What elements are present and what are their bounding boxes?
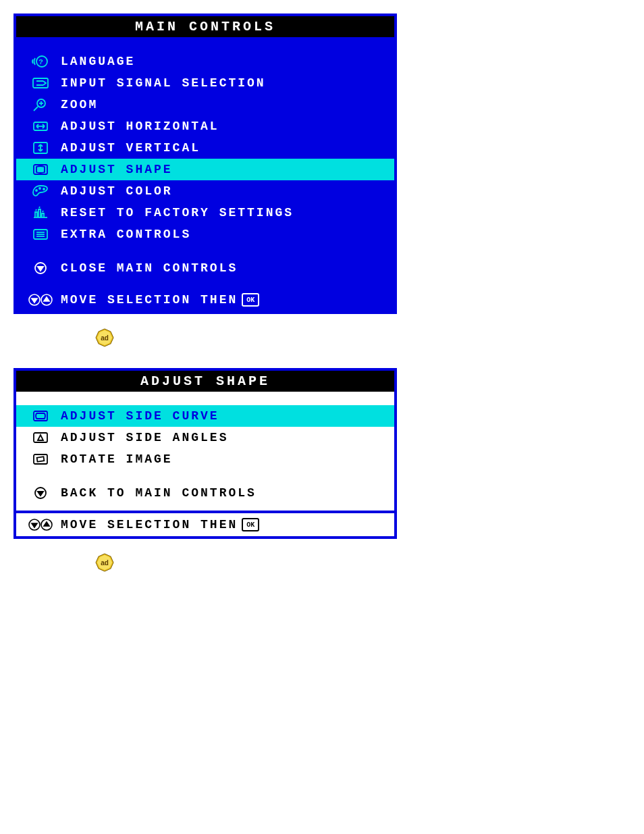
footer-text: MOVE SELECTION THEN bbox=[61, 293, 238, 307]
menu-label: BACK TO MAIN CONTROLS bbox=[55, 486, 257, 500]
up-down-arrows-icon bbox=[26, 517, 55, 532]
ok-button-gold[interactable]: ad bbox=[95, 328, 630, 348]
menu-label: ROTATE IMAGE bbox=[55, 452, 173, 466]
menu-label: RESET TO FACTORY SETTINGS bbox=[55, 206, 294, 219]
up-down-arrows-icon bbox=[26, 292, 55, 307]
main-controls-title: MAIN CONTROLS bbox=[16, 16, 394, 37]
menu-label: ZOOM bbox=[55, 98, 98, 111]
svg-text:ad: ad bbox=[101, 334, 109, 342]
menu-item-zoom[interactable]: ZOOM bbox=[16, 94, 394, 115]
adjust-shape-icon bbox=[26, 162, 55, 177]
menu-label: LANGUAGE bbox=[55, 55, 135, 68]
adjust-shape-body: ADJUST SIDE CURVE ADJUST SIDE ANGLES ROT… bbox=[16, 392, 394, 511]
menu-label: ADJUST SHAPE bbox=[55, 163, 173, 176]
zoom-icon bbox=[26, 97, 55, 112]
menu-label: ADJUST VERTICAL bbox=[55, 141, 200, 155]
ok-icon: OK bbox=[242, 518, 259, 531]
ok-button-gold[interactable]: ad bbox=[95, 552, 630, 573]
menu-item-input-signal[interactable]: INPUT SIGNAL SELECTION bbox=[16, 72, 394, 94]
down-arrow-circle-icon bbox=[26, 486, 55, 500]
menu-label: EXTRA CONTROLS bbox=[55, 228, 191, 241]
main-controls-window: MAIN CONTROLS ? LANGUAGE INPUT SIGNAL SE… bbox=[14, 14, 397, 314]
down-arrow-circle-icon bbox=[26, 261, 55, 276]
menu-item-side-angles[interactable]: ADJUST SIDE ANGLES bbox=[16, 427, 394, 448]
menu-item-reset-factory[interactable]: RESET TO FACTORY SETTINGS bbox=[16, 202, 394, 224]
adjust-vertical-icon bbox=[26, 140, 55, 155]
menu-label: CLOSE MAIN CONTROLS bbox=[55, 261, 238, 275]
menu-item-rotate-image[interactable]: ROTATE IMAGE bbox=[16, 448, 394, 470]
adjust-shape-title: ADJUST SHAPE bbox=[16, 371, 394, 392]
menu-label: ADJUST HORIZONTAL bbox=[55, 120, 219, 133]
side-curve-icon bbox=[26, 409, 55, 423]
svg-line-4 bbox=[34, 107, 38, 111]
menu-label: ADJUST SIDE CURVE bbox=[55, 409, 219, 423]
menu-item-close-main[interactable]: CLOSE MAIN CONTROLS bbox=[16, 257, 394, 279]
rotate-image-icon bbox=[26, 452, 55, 467]
footer-text: MOVE SELECTION THEN bbox=[61, 518, 238, 531]
menu-item-adjust-horizontal[interactable]: ADJUST HORIZONTAL bbox=[16, 115, 394, 137]
svg-text:?: ? bbox=[38, 58, 45, 66]
menu-item-extra-controls[interactable]: EXTRA CONTROLS bbox=[16, 224, 394, 245]
svg-point-12 bbox=[36, 190, 37, 191]
menu-label: INPUT SIGNAL SELECTION bbox=[55, 76, 266, 90]
menu-item-back-main[interactable]: BACK TO MAIN CONTROLS bbox=[16, 482, 394, 504]
factory-reset-icon bbox=[26, 205, 55, 220]
menu-item-adjust-vertical[interactable]: ADJUST VERTICAL bbox=[16, 137, 394, 159]
extra-controls-icon bbox=[26, 227, 55, 242]
main-controls-footer: MOVE SELECTION THEN OK bbox=[16, 286, 394, 311]
menu-label: ADJUST COLOR bbox=[55, 184, 173, 198]
adjust-shape-window: ADJUST SHAPE ADJUST SIDE CURVE ADJUST SI… bbox=[14, 368, 397, 539]
svg-point-13 bbox=[39, 188, 41, 189]
input-signal-icon bbox=[26, 76, 55, 90]
menu-item-adjust-color[interactable]: ADJUST COLOR bbox=[16, 180, 394, 202]
main-controls-body: ? LANGUAGE INPUT SIGNAL SELECTION ZOOM A… bbox=[16, 37, 394, 286]
svg-point-14 bbox=[43, 188, 45, 190]
menu-item-adjust-shape[interactable]: ADJUST SHAPE bbox=[16, 159, 394, 180]
menu-item-side-curve[interactable]: ADJUST SIDE CURVE bbox=[16, 405, 394, 427]
adjust-shape-footer: MOVE SELECTION THEN OK bbox=[16, 511, 394, 536]
adjust-color-icon bbox=[26, 184, 55, 199]
menu-item-language[interactable]: ? LANGUAGE bbox=[16, 51, 394, 72]
language-icon: ? bbox=[26, 54, 55, 69]
menu-label: ADJUST SIDE ANGLES bbox=[55, 431, 228, 444]
svg-rect-28 bbox=[34, 454, 47, 464]
side-angles-icon bbox=[26, 430, 55, 445]
ok-icon: OK bbox=[242, 293, 259, 307]
svg-text:ad: ad bbox=[101, 559, 109, 567]
adjust-horizontal-icon bbox=[26, 119, 55, 134]
